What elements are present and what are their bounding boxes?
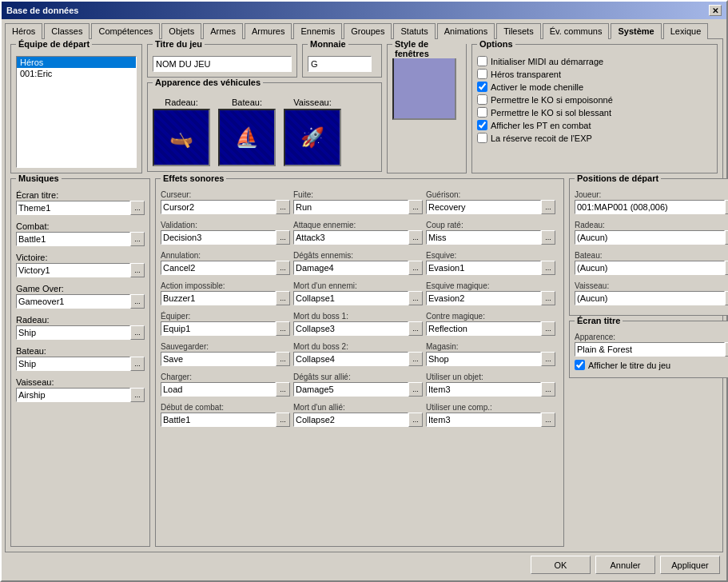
ef-utiliser-objet-btn[interactable]: ... [541,382,555,397]
ef-degats-ennemis-input[interactable] [293,261,408,275]
music-vaisseau-input[interactable] [16,388,130,402]
option-2-checkbox[interactable] [477,82,487,92]
monnaie-input[interactable] [308,56,372,72]
pos-radeau-btn[interactable]: ... [725,230,728,245]
ef-mort-boss1-btn[interactable]: ... [408,321,423,336]
ef-curseur-input[interactable] [161,200,276,214]
ok-button[interactable]: OK [531,556,591,574]
music-combat-input[interactable] [16,232,130,246]
tab-classes[interactable]: Classes [44,23,90,39]
ef-sauvegarder-btn[interactable]: ... [276,352,290,366]
music-vaisseau-btn[interactable]: ... [130,388,145,402]
ef-equiper-input[interactable] [161,321,276,336]
music-victoire-btn[interactable]: ... [130,263,145,277]
ef-validation-input[interactable] [161,230,276,245]
tab-statuts[interactable]: Statuts [393,23,435,39]
radeau-sprite[interactable]: 🛶 [153,109,210,166]
ef-degats-allie-btn[interactable]: ... [408,382,423,397]
ef-mort-ennemi-input[interactable] [293,291,408,305]
pos-bateau-btn[interactable]: ... [725,261,728,275]
ef-esquive-input[interactable] [426,261,541,275]
ef-debut-combat-input[interactable] [161,413,276,427]
pos-vaisseau-input[interactable] [575,291,725,305]
music-bateau-btn[interactable]: ... [130,357,145,371]
music-ecran-titre-input[interactable] [16,201,130,215]
ef-esquive-magique-btn[interactable]: ... [541,291,555,305]
tab-objets[interactable]: Objets [161,23,201,39]
tab-tilesets[interactable]: Tilesets [496,23,541,39]
option-1-checkbox[interactable] [477,69,487,79]
ef-contre-magique-btn[interactable]: ... [541,321,555,336]
ef-utiliser-comp-input[interactable] [426,413,541,427]
ef-charger-input[interactable] [161,382,276,397]
ef-mort-allie-input[interactable] [293,413,408,427]
ef-mort-boss1-input[interactable] [293,321,408,336]
music-radeau-input[interactable] [16,325,130,340]
ef-annulation-input[interactable] [161,261,276,275]
ef-validation-btn[interactable]: ... [276,230,290,245]
option-6-checkbox[interactable] [477,133,487,143]
ef-annulation-btn[interactable]: ... [276,261,290,275]
equipe-item-0[interactable]: Héros [17,57,136,68]
ef-coup-rate-btn[interactable]: ... [541,230,555,245]
ef-fuite-input[interactable] [293,200,408,214]
tab-ennemis[interactable]: Ennemis [293,23,342,39]
ef-mort-boss2-btn[interactable]: ... [408,352,423,366]
option-4-checkbox[interactable] [477,107,487,118]
tab-lexique[interactable]: Lexique [663,23,709,39]
ef-curseur-btn[interactable]: ... [276,200,290,214]
ef-degats-ennemis-btn[interactable]: ... [408,261,423,275]
ecran-titre-apparence-btn[interactable]: ... [725,342,728,357]
tab-armures[interactable]: Armures [245,23,292,39]
ef-attaque-ennemie-btn[interactable]: ... [408,230,423,245]
close-button[interactable]: ✕ [709,5,722,16]
equipe-item-1[interactable]: 001:Eric [17,68,136,79]
pos-radeau-input[interactable] [575,230,725,245]
ef-esquive-magique-input[interactable] [426,291,541,305]
music-bateau-input[interactable] [16,357,130,371]
ef-action-impossible-btn[interactable]: ... [276,291,290,305]
tab-heros[interactable]: Héros [5,23,42,39]
ef-utiliser-comp-btn[interactable]: ... [541,413,555,427]
tab-ev-communs[interactable]: Év. communs [543,23,610,39]
music-radeau-btn[interactable]: ... [130,325,145,340]
music-gameover-input[interactable] [16,294,130,309]
titre-input[interactable] [153,56,292,72]
ef-fuite-btn[interactable]: ... [408,200,423,214]
option-5-checkbox[interactable] [477,120,487,130]
ef-esquive-btn[interactable]: ... [541,261,555,275]
ef-debut-combat-btn[interactable]: ... [276,413,290,427]
style-preview[interactable] [392,56,456,120]
tab-competences[interactable]: Compétences [91,23,160,39]
ef-attaque-ennemie-input[interactable] [293,230,408,245]
ef-action-impossible-input[interactable] [161,291,276,305]
bateau-sprite[interactable]: ⛵ [218,109,276,166]
music-ecran-titre-btn[interactable]: ... [130,201,145,215]
ef-coup-rate-input[interactable] [426,230,541,245]
ecran-titre-apparence-input[interactable] [575,342,725,357]
tab-armes[interactable]: Armes [203,23,243,39]
ef-mort-boss2-input[interactable] [293,352,408,366]
option-0-checkbox[interactable] [477,56,487,66]
pos-vaisseau-btn[interactable]: ... [725,291,728,305]
music-victoire-input[interactable] [16,263,130,277]
appliquer-button[interactable]: Appliquer [660,556,720,574]
ef-magasin-btn[interactable]: ... [541,352,555,366]
ef-magasin-input[interactable] [426,352,541,366]
ecran-titre-afficher-checkbox[interactable] [575,360,585,370]
pos-bateau-input[interactable] [575,261,725,275]
ef-contre-magique-input[interactable] [426,321,541,336]
ef-guerison-btn[interactable]: ... [541,200,555,214]
tab-groupes[interactable]: Groupes [344,23,392,39]
equipe-list[interactable]: Héros 001:Eric [16,56,137,168]
music-combat-btn[interactable]: ... [130,232,145,246]
ef-charger-btn[interactable]: ... [276,382,290,397]
tab-animations[interactable]: Animations [437,23,495,39]
ef-mort-ennemi-btn[interactable]: ... [408,291,423,305]
ef-equiper-btn[interactable]: ... [276,321,290,336]
music-gameover-btn[interactable]: ... [130,294,145,309]
ef-guerison-input[interactable] [426,200,541,214]
ef-degats-allie-input[interactable] [293,382,408,397]
vaisseau-sprite[interactable]: 🚀 [284,109,341,166]
option-3-checkbox[interactable] [477,94,487,105]
